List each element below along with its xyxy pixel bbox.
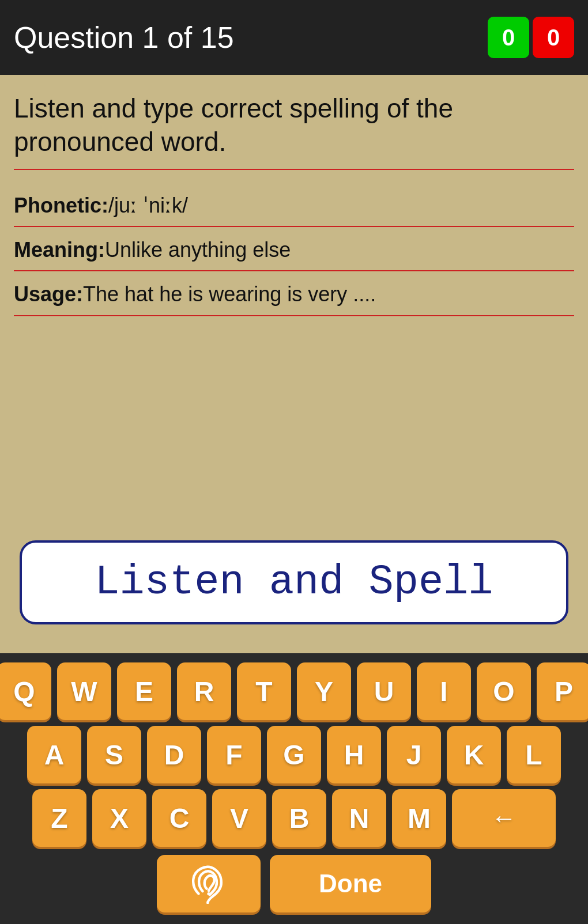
key-f[interactable]: F xyxy=(207,726,261,783)
key-e[interactable]: E xyxy=(117,662,171,720)
key-r[interactable]: R xyxy=(177,662,231,720)
meaning-row: Meaning:Unlike anything else xyxy=(14,227,574,271)
listen-key[interactable] xyxy=(157,855,261,912)
keyboard-row-2: ASDFGHJKL xyxy=(5,726,583,783)
key-w[interactable]: W xyxy=(57,662,111,720)
content-area: Listen and type correct spelling of the … xyxy=(0,75,588,653)
score-incorrect-badge: 0 xyxy=(533,17,574,58)
ear-icon xyxy=(189,864,229,904)
key-u[interactable]: U xyxy=(357,662,411,720)
keyboard: QWERTYUIOP ASDFGHJKL ZXCVBNM← Done xyxy=(0,653,588,924)
key-a[interactable]: A xyxy=(27,726,81,783)
content-spacer xyxy=(14,316,574,535)
listen-spell-label: Listen and Spell xyxy=(95,559,493,606)
key-m[interactable]: M xyxy=(392,789,446,847)
key-c[interactable]: C xyxy=(152,789,206,847)
keyboard-row-1: QWERTYUIOP xyxy=(5,662,583,720)
phonetic-label: Phonetic: xyxy=(14,194,108,217)
key-h[interactable]: H xyxy=(327,726,381,783)
key-z[interactable]: Z xyxy=(32,789,86,847)
key-n[interactable]: N xyxy=(332,789,386,847)
keyboard-bottom-row: Done xyxy=(5,855,583,912)
key-g[interactable]: G xyxy=(267,726,321,783)
header: Question 1 of 15 0 0 xyxy=(0,0,588,75)
key-d[interactable]: D xyxy=(147,726,201,783)
key-j[interactable]: J xyxy=(387,726,441,783)
keyboard-row-3: ZXCVBNM← xyxy=(5,789,583,847)
question-label: Question 1 of 15 xyxy=(14,20,234,55)
usage-value: The hat he is wearing is very .... xyxy=(83,282,376,306)
instruction-text: Listen and type correct spelling of the … xyxy=(14,92,574,170)
svg-point-0 xyxy=(207,892,210,895)
key-o[interactable]: O xyxy=(477,662,531,720)
key-v[interactable]: V xyxy=(212,789,266,847)
key-y[interactable]: Y xyxy=(297,662,351,720)
key-p[interactable]: P xyxy=(537,662,588,720)
meaning-value: Unlike anything else xyxy=(105,238,291,262)
key-b[interactable]: B xyxy=(272,789,326,847)
done-label: Done xyxy=(319,869,382,898)
key-q[interactable]: Q xyxy=(0,662,51,720)
phonetic-row: Phonetic:/juː ˈniːk/ xyxy=(14,183,574,227)
key-i[interactable]: I xyxy=(417,662,471,720)
listen-spell-button[interactable]: Listen and Spell xyxy=(20,540,568,624)
usage-label: Usage: xyxy=(14,282,83,306)
key-x[interactable]: X xyxy=(92,789,146,847)
key-backspace[interactable]: ← xyxy=(452,789,556,847)
meaning-label: Meaning: xyxy=(14,238,105,262)
score-badges: 0 0 xyxy=(488,17,574,58)
key-k[interactable]: K xyxy=(447,726,501,783)
usage-row: Usage:The hat he is wearing is very .... xyxy=(14,271,574,316)
done-key[interactable]: Done xyxy=(270,855,431,912)
score-correct-badge: 0 xyxy=(488,17,529,58)
phonetic-value: /juː ˈniːk/ xyxy=(108,194,188,217)
key-t[interactable]: T xyxy=(237,662,291,720)
key-s[interactable]: S xyxy=(87,726,141,783)
key-l[interactable]: L xyxy=(507,726,561,783)
